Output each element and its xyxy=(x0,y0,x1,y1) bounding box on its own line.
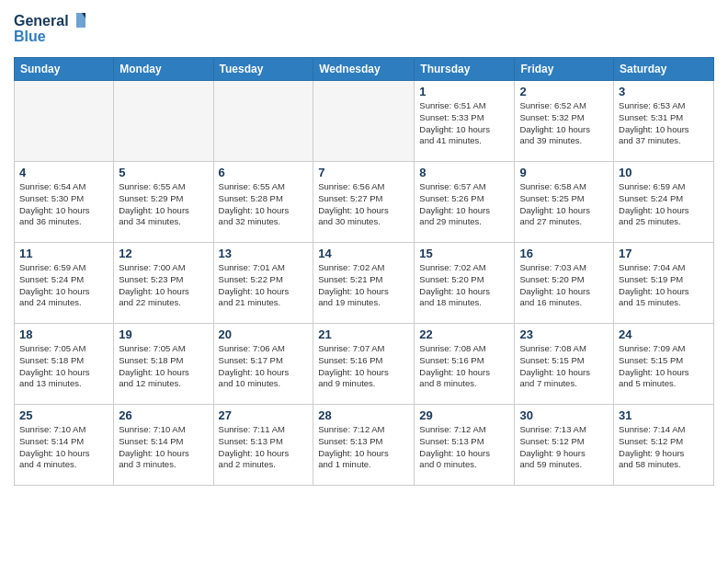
calendar-cell: 15Sunrise: 7:02 AM Sunset: 5:20 PM Dayli… xyxy=(415,243,515,324)
calendar-cell: 1Sunrise: 6:51 AM Sunset: 5:33 PM Daylig… xyxy=(415,81,515,162)
calendar-cell: 31Sunrise: 7:14 AM Sunset: 5:12 PM Dayli… xyxy=(614,405,714,486)
calendar-cell: 29Sunrise: 7:12 AM Sunset: 5:13 PM Dayli… xyxy=(415,405,515,486)
logo: General Blue xyxy=(14,9,87,50)
calendar-cell: 7Sunrise: 6:56 AM Sunset: 5:27 PM Daylig… xyxy=(313,162,415,243)
day-number: 8 xyxy=(419,166,509,179)
calendar-cell: 13Sunrise: 7:01 AM Sunset: 5:22 PM Dayli… xyxy=(213,243,313,324)
day-number: 28 xyxy=(318,408,409,422)
day-number: 21 xyxy=(318,327,409,341)
day-number: 15 xyxy=(419,247,509,260)
calendar-cell: 11Sunrise: 6:59 AM Sunset: 5:24 PM Dayli… xyxy=(15,243,114,324)
day-number: 6 xyxy=(219,166,309,179)
day-info: Sunrise: 7:10 AM Sunset: 5:14 PM Dayligh… xyxy=(19,424,108,471)
day-number: 12 xyxy=(119,247,208,260)
calendar-cell xyxy=(15,81,114,162)
day-number: 4 xyxy=(19,166,108,179)
day-number: 16 xyxy=(519,247,609,260)
day-number: 26 xyxy=(119,408,208,422)
day-info: Sunrise: 6:58 AM Sunset: 5:25 PM Dayligh… xyxy=(519,181,609,228)
day-info: Sunrise: 7:04 AM Sunset: 5:19 PM Dayligh… xyxy=(619,262,709,309)
calendar-cell: 24Sunrise: 7:09 AM Sunset: 5:15 PM Dayli… xyxy=(614,324,714,405)
calendar-cell: 19Sunrise: 7:05 AM Sunset: 5:18 PM Dayli… xyxy=(114,324,213,405)
calendar-cell: 30Sunrise: 7:13 AM Sunset: 5:12 PM Dayli… xyxy=(515,405,614,486)
day-info: Sunrise: 7:14 AM Sunset: 5:12 PM Dayligh… xyxy=(619,424,709,471)
day-number: 14 xyxy=(318,247,409,260)
calendar-cell: 8Sunrise: 6:57 AM Sunset: 5:26 PM Daylig… xyxy=(415,162,515,243)
calendar-cell: 16Sunrise: 7:03 AM Sunset: 5:20 PM Dayli… xyxy=(515,243,614,324)
day-info: Sunrise: 7:11 AM Sunset: 5:13 PM Dayligh… xyxy=(219,424,309,471)
calendar-week-5: 25Sunrise: 7:10 AM Sunset: 5:14 PM Dayli… xyxy=(15,405,714,486)
weekday-header-monday: Monday xyxy=(114,58,213,81)
calendar-cell: 5Sunrise: 6:55 AM Sunset: 5:29 PM Daylig… xyxy=(114,162,213,243)
calendar-cell: 20Sunrise: 7:06 AM Sunset: 5:17 PM Dayli… xyxy=(213,324,313,405)
calendar-cell: 17Sunrise: 7:04 AM Sunset: 5:19 PM Dayli… xyxy=(614,243,714,324)
day-number: 1 xyxy=(419,85,509,98)
day-info: Sunrise: 7:05 AM Sunset: 5:18 PM Dayligh… xyxy=(119,343,208,390)
calendar-week-1: 1Sunrise: 6:51 AM Sunset: 5:33 PM Daylig… xyxy=(15,81,714,162)
day-info: Sunrise: 6:55 AM Sunset: 5:29 PM Dayligh… xyxy=(119,181,208,228)
weekday-header-wednesday: Wednesday xyxy=(313,58,415,81)
calendar-cell: 3Sunrise: 6:53 AM Sunset: 5:31 PM Daylig… xyxy=(614,81,714,162)
day-info: Sunrise: 6:52 AM Sunset: 5:32 PM Dayligh… xyxy=(519,100,609,147)
day-number: 7 xyxy=(318,166,409,179)
calendar-cell: 12Sunrise: 7:00 AM Sunset: 5:23 PM Dayli… xyxy=(114,243,213,324)
day-info: Sunrise: 6:54 AM Sunset: 5:30 PM Dayligh… xyxy=(19,181,108,228)
calendar-cell xyxy=(313,81,415,162)
day-info: Sunrise: 6:55 AM Sunset: 5:28 PM Dayligh… xyxy=(219,181,309,228)
calendar-cell: 4Sunrise: 6:54 AM Sunset: 5:30 PM Daylig… xyxy=(15,162,114,243)
day-info: Sunrise: 7:12 AM Sunset: 5:13 PM Dayligh… xyxy=(318,424,409,471)
day-number: 18 xyxy=(19,327,108,341)
day-number: 10 xyxy=(619,166,709,179)
page: General Blue SundayMondayTuesdayWednesda… xyxy=(0,0,728,495)
calendar-cell: 22Sunrise: 7:08 AM Sunset: 5:16 PM Dayli… xyxy=(415,324,515,405)
day-info: Sunrise: 7:13 AM Sunset: 5:12 PM Dayligh… xyxy=(519,424,609,471)
day-info: Sunrise: 7:03 AM Sunset: 5:20 PM Dayligh… xyxy=(519,262,609,309)
day-info: Sunrise: 6:53 AM Sunset: 5:31 PM Dayligh… xyxy=(619,100,709,147)
day-number: 2 xyxy=(519,85,609,98)
day-number: 22 xyxy=(419,327,509,341)
calendar-week-3: 11Sunrise: 6:59 AM Sunset: 5:24 PM Dayli… xyxy=(15,243,714,324)
day-number: 31 xyxy=(619,408,709,422)
weekday-header-friday: Friday xyxy=(515,58,614,81)
calendar-cell: 6Sunrise: 6:55 AM Sunset: 5:28 PM Daylig… xyxy=(213,162,313,243)
day-number: 17 xyxy=(619,247,709,260)
calendar-cell: 9Sunrise: 6:58 AM Sunset: 5:25 PM Daylig… xyxy=(515,162,614,243)
calendar-cell: 14Sunrise: 7:02 AM Sunset: 5:21 PM Dayli… xyxy=(313,243,415,324)
logo-svg: General Blue xyxy=(14,9,87,50)
day-info: Sunrise: 7:06 AM Sunset: 5:17 PM Dayligh… xyxy=(219,343,309,390)
day-info: Sunrise: 7:10 AM Sunset: 5:14 PM Dayligh… xyxy=(119,424,208,471)
day-info: Sunrise: 7:01 AM Sunset: 5:22 PM Dayligh… xyxy=(219,262,309,309)
day-info: Sunrise: 7:08 AM Sunset: 5:16 PM Dayligh… xyxy=(419,343,509,390)
calendar-cell xyxy=(213,81,313,162)
calendar-week-2: 4Sunrise: 6:54 AM Sunset: 5:30 PM Daylig… xyxy=(15,162,714,243)
day-info: Sunrise: 7:09 AM Sunset: 5:15 PM Dayligh… xyxy=(619,343,709,390)
day-info: Sunrise: 6:59 AM Sunset: 5:24 PM Dayligh… xyxy=(619,181,709,228)
calendar-cell: 27Sunrise: 7:11 AM Sunset: 5:13 PM Dayli… xyxy=(213,405,313,486)
svg-text:Blue: Blue xyxy=(14,29,46,44)
calendar-cell: 28Sunrise: 7:12 AM Sunset: 5:13 PM Dayli… xyxy=(313,405,415,486)
calendar-cell: 26Sunrise: 7:10 AM Sunset: 5:14 PM Dayli… xyxy=(114,405,213,486)
header: General Blue xyxy=(14,9,714,50)
weekday-header-row: SundayMondayTuesdayWednesdayThursdayFrid… xyxy=(15,58,714,81)
day-number: 29 xyxy=(419,408,509,422)
weekday-header-tuesday: Tuesday xyxy=(213,58,313,81)
day-number: 20 xyxy=(219,327,309,341)
day-info: Sunrise: 6:56 AM Sunset: 5:27 PM Dayligh… xyxy=(318,181,409,228)
day-number: 23 xyxy=(519,327,609,341)
day-info: Sunrise: 7:05 AM Sunset: 5:18 PM Dayligh… xyxy=(19,343,108,390)
day-info: Sunrise: 6:59 AM Sunset: 5:24 PM Dayligh… xyxy=(19,262,108,309)
day-number: 9 xyxy=(519,166,609,179)
svg-text:General: General xyxy=(14,13,69,29)
day-info: Sunrise: 7:08 AM Sunset: 5:15 PM Dayligh… xyxy=(519,343,609,390)
day-number: 27 xyxy=(219,408,309,422)
calendar-cell xyxy=(114,81,213,162)
calendar-cell: 25Sunrise: 7:10 AM Sunset: 5:14 PM Dayli… xyxy=(15,405,114,486)
day-number: 11 xyxy=(19,247,108,260)
day-number: 24 xyxy=(619,327,709,341)
day-number: 30 xyxy=(519,408,609,422)
weekday-header-sunday: Sunday xyxy=(15,58,114,81)
day-info: Sunrise: 7:00 AM Sunset: 5:23 PM Dayligh… xyxy=(119,262,208,309)
day-number: 25 xyxy=(19,408,108,422)
calendar-week-4: 18Sunrise: 7:05 AM Sunset: 5:18 PM Dayli… xyxy=(15,324,714,405)
day-number: 5 xyxy=(119,166,208,179)
